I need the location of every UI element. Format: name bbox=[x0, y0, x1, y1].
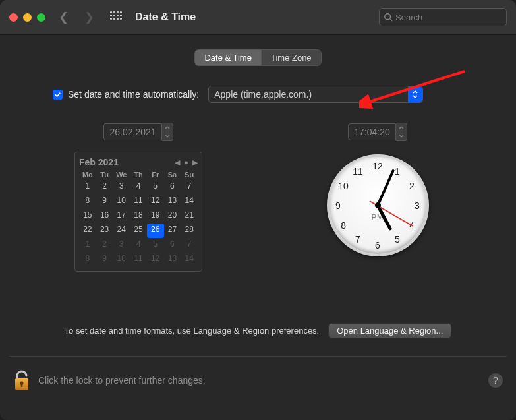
calendar-day[interactable]: 2 bbox=[96, 180, 113, 195]
calendar-day[interactable]: 11 bbox=[130, 253, 147, 267]
time-value: 17:04:20 bbox=[348, 123, 396, 140]
tab-bar: Date & Time Time Zone bbox=[0, 49, 516, 66]
calendar-day[interactable]: 12 bbox=[147, 253, 164, 267]
calendar-day[interactable]: 22 bbox=[79, 224, 96, 238]
calendar-day[interactable]: 17 bbox=[113, 209, 130, 224]
calendar-day[interactable]: 19 bbox=[147, 209, 164, 224]
time-field[interactable]: 17:04:20 bbox=[348, 123, 407, 141]
clock-numeral: 2 bbox=[409, 181, 415, 191]
calendar-day[interactable]: 5 bbox=[147, 238, 164, 253]
clock-numeral: 3 bbox=[415, 200, 420, 211]
auto-time-label: Set date and time automatically: bbox=[68, 89, 199, 100]
calendar-day[interactable]: 20 bbox=[164, 209, 181, 224]
calendar-day[interactable]: 26 bbox=[147, 224, 164, 238]
time-server-dropdown[interactable]: Apple (time.apple.com.) bbox=[208, 86, 423, 103]
calendar-day[interactable]: 14 bbox=[181, 253, 198, 267]
nav-arrows: ❮ ❯ bbox=[59, 11, 94, 23]
search-placeholder: Search bbox=[395, 13, 422, 22]
calendar-day[interactable]: 14 bbox=[181, 195, 198, 209]
calendar-day[interactable]: 3 bbox=[113, 238, 130, 253]
help-button[interactable]: ? bbox=[488, 373, 503, 388]
stepper-down-icon bbox=[396, 132, 407, 140]
search-icon bbox=[384, 13, 393, 22]
calendar-day[interactable]: 25 bbox=[130, 224, 147, 238]
clock-numeral: 9 bbox=[335, 200, 341, 211]
calendar-day[interactable]: 7 bbox=[181, 238, 198, 253]
calendar-day[interactable]: 6 bbox=[164, 180, 181, 195]
divider bbox=[9, 356, 507, 357]
window-title: Date & Time bbox=[135, 11, 196, 23]
calendar-day[interactable]: 15 bbox=[79, 209, 96, 224]
tab-time-zone[interactable]: Time Zone bbox=[261, 49, 322, 66]
calendar-day[interactable]: 2 bbox=[96, 238, 113, 253]
lock-icon[interactable] bbox=[13, 369, 30, 392]
footer-text: To set date and time formats, use Langua… bbox=[65, 326, 320, 336]
calendar-day[interactable]: 27 bbox=[164, 224, 181, 238]
calendar-day[interactable]: 9 bbox=[96, 195, 113, 209]
analog-clock: PM 121234567891011 bbox=[327, 154, 429, 256]
calendar-day[interactable]: 9 bbox=[96, 253, 113, 267]
calendar-day[interactable]: 4 bbox=[130, 238, 147, 253]
stepper-up-icon bbox=[396, 123, 407, 132]
stepper-down-icon bbox=[162, 132, 173, 140]
back-button[interactable]: ❮ bbox=[59, 11, 69, 23]
calendar-dow: Th bbox=[130, 169, 147, 180]
calendar-next-icon[interactable]: ▶ bbox=[192, 158, 198, 167]
show-all-icon[interactable] bbox=[110, 11, 122, 23]
window-controls bbox=[9, 13, 45, 22]
calendar-day[interactable]: 24 bbox=[113, 224, 130, 238]
stepper-up-icon bbox=[162, 123, 173, 132]
clock-minute-hand bbox=[376, 169, 395, 206]
calendar-nav: ◀ ● ▶ bbox=[175, 158, 198, 167]
open-language-region-button[interactable]: Open Language & Region... bbox=[328, 323, 451, 338]
zoom-window-button[interactable] bbox=[37, 13, 45, 22]
calendar-today-icon[interactable]: ● bbox=[184, 158, 188, 166]
calendar-day[interactable]: 5 bbox=[147, 180, 164, 195]
auto-time-checkbox[interactable] bbox=[53, 90, 63, 100]
time-stepper[interactable] bbox=[396, 123, 407, 141]
date-field[interactable]: 26.02.2021 bbox=[103, 123, 173, 141]
minimize-window-button[interactable] bbox=[23, 13, 32, 22]
calendar-dow: Fr bbox=[147, 169, 164, 180]
calendar-day[interactable]: 6 bbox=[164, 238, 181, 253]
calendar-day[interactable]: 8 bbox=[79, 195, 96, 209]
calendar-day[interactable]: 12 bbox=[147, 195, 164, 209]
date-stepper[interactable] bbox=[162, 123, 173, 141]
calendar-day[interactable]: 13 bbox=[164, 195, 181, 209]
calendar-day[interactable]: 11 bbox=[130, 195, 147, 209]
clock-numeral: 10 bbox=[338, 181, 349, 191]
calendar-prev-icon[interactable]: ◀ bbox=[175, 158, 180, 167]
calendar-day[interactable]: 10 bbox=[113, 195, 130, 209]
calendar-day[interactable]: 10 bbox=[113, 253, 130, 267]
calendar-month-label: Feb 2021 bbox=[79, 157, 119, 167]
calendar-day[interactable]: 16 bbox=[96, 209, 113, 224]
calendar-day[interactable]: 8 bbox=[79, 253, 96, 267]
calendar-day[interactable]: 28 bbox=[181, 224, 198, 238]
clock-numeral: 11 bbox=[353, 166, 363, 177]
calendar-dow: Tu bbox=[96, 169, 113, 180]
calendar-day[interactable]: 18 bbox=[130, 209, 147, 224]
lock-text: Click the lock to prevent further change… bbox=[38, 375, 206, 386]
calendar-day[interactable]: 1 bbox=[79, 180, 96, 195]
search-field[interactable]: Search bbox=[379, 8, 507, 26]
calendar-day[interactable]: 21 bbox=[181, 209, 198, 224]
calendar-day[interactable]: 13 bbox=[164, 253, 181, 267]
calendar-day[interactable]: 3 bbox=[113, 180, 130, 195]
calendar-day[interactable]: 4 bbox=[130, 180, 147, 195]
clock-numeral: 6 bbox=[375, 240, 380, 251]
svg-rect-6 bbox=[21, 384, 23, 387]
forward-button[interactable]: ❯ bbox=[84, 11, 94, 23]
clock-numeral: 12 bbox=[372, 161, 383, 171]
calendar-day[interactable]: 23 bbox=[96, 224, 113, 238]
calendar-dow: Mo bbox=[79, 169, 96, 180]
calendar-dow: Su bbox=[181, 169, 198, 180]
calendar-day[interactable]: 1 bbox=[79, 238, 96, 253]
calendar-dow: We bbox=[113, 169, 130, 180]
calendar-day[interactable]: 7 bbox=[181, 180, 198, 195]
clock-numeral: 8 bbox=[341, 220, 346, 231]
tab-date-time[interactable]: Date & Time bbox=[194, 49, 261, 66]
time-server-value: Apple (time.apple.com.) bbox=[214, 89, 312, 100]
calendar[interactable]: Feb 2021 ◀ ● ▶ MoTuWeThFrSaSu12345678910… bbox=[74, 152, 202, 272]
preferences-window: ❮ ❯ Date & Time Search Date & Time Time … bbox=[0, 0, 516, 420]
close-window-button[interactable] bbox=[9, 13, 18, 22]
